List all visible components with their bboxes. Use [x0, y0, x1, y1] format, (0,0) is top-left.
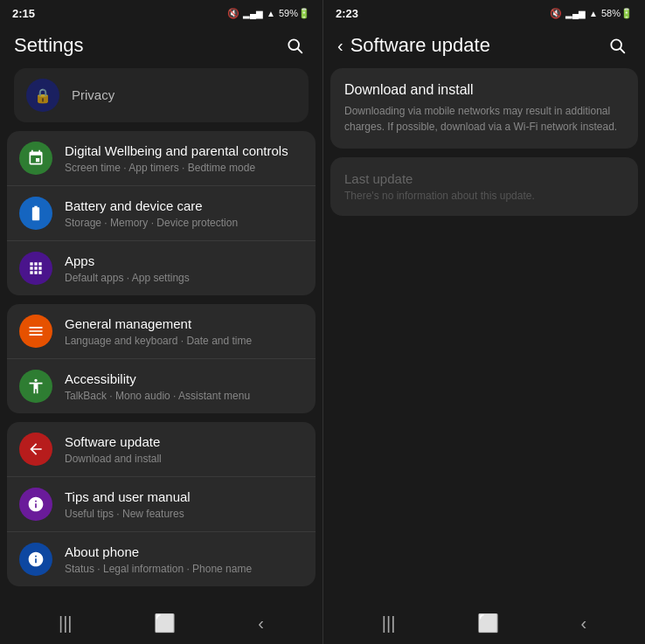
time-left: 2:15 [12, 7, 35, 20]
general-management-title: General management [65, 315, 303, 333]
digital-wellbeing-icon [19, 142, 52, 175]
download-install-card[interactable]: Download and install Downloading via mob… [330, 68, 638, 149]
software-update-icon [19, 433, 52, 466]
accessibility-icon [19, 370, 52, 403]
last-update-description: There's no information about this update… [344, 190, 624, 202]
settings-title: Settings [14, 34, 84, 57]
last-update-card: Last update There's no information about… [330, 157, 638, 216]
about-phone-title: About phone [65, 544, 303, 561]
about-phone-item[interactable]: About phone Status · Legal information ·… [7, 532, 316, 586]
tips-title: Tips and user manual [65, 488, 303, 506]
recent-apps-button-right[interactable]: ||| [364, 606, 413, 641]
settings-header: Settings [0, 24, 322, 68]
about-phone-subtitle: Status · Legal information · Phone name [65, 563, 303, 575]
digital-wellbeing-item[interactable]: Digital Wellbeing and parental controls … [7, 131, 316, 186]
general-management-item[interactable]: General management Language and keyboard… [7, 304, 316, 359]
wifi-icon-right: ▲ [589, 9, 598, 18]
battery-title: Battery and device care [65, 197, 303, 215]
svg-line-1 [298, 49, 302, 53]
nav-bar-right: ||| ⬜ ‹ [323, 602, 645, 644]
battery-text-left: 59%🔋 [279, 8, 310, 19]
back-button-right[interactable]: ‹ [564, 606, 605, 641]
section-card-3: Software update Download and install Tip… [7, 422, 316, 586]
partial-item[interactable]: 🔒 Privacy [14, 68, 309, 122]
download-install-title: Download and install [344, 82, 624, 98]
privacy-title: Privacy [72, 87, 296, 104]
digital-wellbeing-title: Digital Wellbeing and parental controls [65, 142, 303, 160]
recent-apps-button[interactable]: ||| [41, 606, 90, 641]
section-card-1: Digital Wellbeing and parental controls … [7, 131, 316, 295]
partial-section: 🔒 Privacy [14, 68, 309, 122]
mute-icon-right: 🔇 [550, 8, 562, 19]
software-update-title: Software update [65, 433, 303, 451]
apps-item[interactable]: Apps Default apps · App settings [7, 241, 316, 295]
wifi-icon: ▲ [267, 9, 275, 18]
general-management-subtitle: Language and keyboard · Date and time [65, 335, 303, 347]
apps-title: Apps [65, 253, 303, 270]
software-update-subtitle: Download and install [65, 453, 303, 465]
tips-item[interactable]: Tips and user manual Useful tips · New f… [7, 477, 316, 532]
svg-line-3 [621, 49, 625, 53]
settings-list: 🔒 Privacy Digital Wellbeing and parental… [0, 68, 322, 602]
time-right: 2:23 [336, 7, 358, 20]
about-phone-icon [19, 543, 52, 576]
software-update-page-title: Software update [350, 34, 490, 57]
battery-item[interactable]: Battery and device care Storage · Memory… [7, 186, 316, 241]
apps-subtitle: Default apps · App settings [65, 272, 303, 284]
right-panel: 2:23 🔇 ▂▄▆ ▲ 58%🔋 ‹ Software update Down… [322, 0, 645, 644]
content-spacer [323, 225, 645, 602]
last-update-title: Last update [344, 171, 624, 186]
digital-wellbeing-subtitle: Screen time · App timers · Bedtime mode [65, 162, 303, 174]
signal-icon: ▂▄▆ [243, 9, 263, 18]
general-management-icon [19, 315, 52, 348]
apps-icon [19, 252, 52, 285]
status-bar-left: 2:15 🔇 ▂▄▆ ▲ 59%🔋 [0, 0, 322, 24]
battery-subtitle: Storage · Memory · Device protection [65, 217, 303, 229]
accessibility-subtitle: TalkBack · Mono audio · Assistant menu [65, 390, 303, 402]
battery-text-right: 58%🔋 [601, 8, 633, 19]
section-card-2: General management Language and keyboard… [7, 304, 316, 413]
status-bar-right: 2:23 🔇 ▂▄▆ ▲ 58%🔋 [323, 0, 645, 24]
left-panel: 2:15 🔇 ▂▄▆ ▲ 59%🔋 Settings 🔒 Privacy [0, 0, 322, 644]
status-icons-left: 🔇 ▂▄▆ ▲ 59%🔋 [227, 8, 310, 19]
accessibility-item[interactable]: Accessibility TalkBack · Mono audio · As… [7, 359, 316, 413]
software-update-header: ‹ Software update [323, 24, 645, 68]
home-button[interactable]: ⬜ [136, 606, 193, 641]
nav-bar-left: ||| ⬜ ‹ [0, 602, 322, 644]
mute-icon: 🔇 [227, 8, 239, 19]
software-update-search-button[interactable] [603, 31, 631, 59]
back-button[interactable]: ‹ [240, 606, 281, 641]
settings-search-button[interactable] [281, 31, 309, 59]
signal-icon-right: ▂▄▆ [565, 9, 586, 18]
privacy-icon: 🔒 [26, 79, 59, 112]
back-nav-button[interactable]: ‹ [337, 36, 343, 56]
status-icons-right: 🔇 ▂▄▆ ▲ 58%🔋 [550, 8, 633, 19]
battery-icon [19, 197, 52, 230]
home-button-right[interactable]: ⬜ [460, 606, 517, 641]
tips-subtitle: Useful tips · New features [65, 508, 303, 520]
accessibility-title: Accessibility [65, 370, 303, 388]
tips-icon [19, 488, 52, 521]
download-install-description: Downloading via mobile networks may resu… [344, 103, 624, 135]
software-update-item[interactable]: Software update Download and install [7, 422, 316, 477]
